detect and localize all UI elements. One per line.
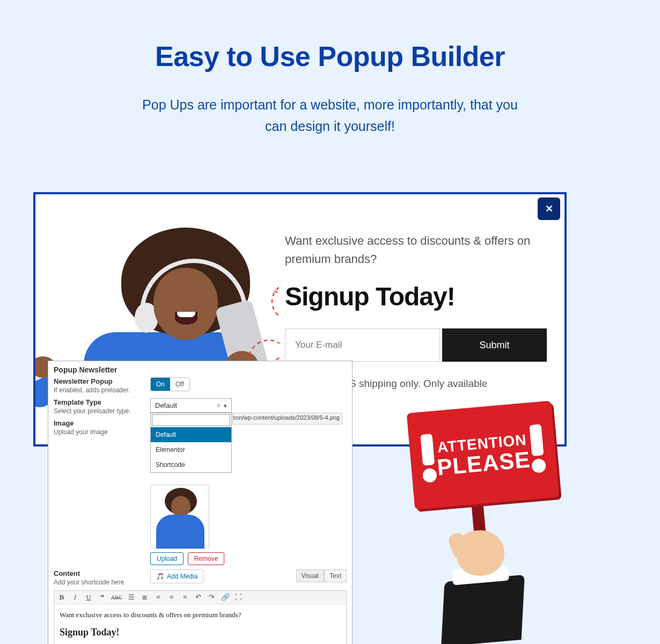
popup-heading: Signup Today!	[285, 282, 554, 311]
toggle-on[interactable]: On	[151, 378, 170, 391]
template-dropdown: Default Elementor Shortcode	[150, 413, 232, 473]
exclamation-icon	[528, 424, 546, 473]
editor-line1: Want exclusive access to discounts & off…	[60, 611, 341, 619]
email-input[interactable]	[285, 328, 440, 362]
page-title: Easy to Use Popup Builder	[0, 40, 660, 72]
number-list-icon[interactable]: ≣	[141, 593, 149, 602]
align-center-icon[interactable]: ≡	[167, 593, 176, 602]
remove-button[interactable]: Remove	[188, 552, 225, 565]
newsletter-label: Newsletter Popup	[54, 377, 150, 385]
newsletter-toggle[interactable]: On Off	[150, 377, 190, 391]
editor-toolbar: B I U ❝ ABC ☰ ≣ ≡ ≡ ≡ ↶ ↷ 🔗 ⛶	[54, 591, 346, 604]
popup-lead-text: Want exclusive access to discounts & off…	[285, 232, 537, 268]
upload-button[interactable]: Upload	[150, 552, 184, 565]
svg-point-0	[272, 286, 280, 320]
tab-text[interactable]: Text	[324, 569, 347, 582]
attention-sign-graphic: ATTENTION PLEASE	[410, 407, 577, 632]
content-desc: Add your shortcode here	[54, 579, 150, 586]
editor-body[interactable]: Want exclusive access to discounts & off…	[54, 604, 346, 644]
align-left-icon[interactable]: ≡	[154, 593, 163, 602]
strike-icon[interactable]: ABC	[111, 593, 122, 602]
admin-settings-panel: Popup Newsletter Newsletter Popup If ena…	[48, 361, 353, 644]
dropdown-option-default[interactable]: Default	[151, 427, 231, 442]
popup-close-button[interactable]: ✕	[538, 197, 560, 220]
image-desc: Upload your image	[54, 428, 150, 436]
add-media-button[interactable]: 🎵 Add Media	[150, 569, 203, 583]
dropdown-option-elementor[interactable]: Elementor	[151, 442, 231, 457]
template-selected: Default	[155, 401, 177, 409]
newsletter-desc: If enabled, adds preloader.	[54, 386, 150, 394]
dropdown-search-input[interactable]	[152, 414, 230, 426]
bold-icon[interactable]: B	[57, 593, 66, 602]
template-select[interactable]: Default ×▾	[150, 398, 232, 413]
link-icon[interactable]: 🔗	[221, 593, 230, 602]
media-icon: 🎵	[156, 573, 164, 580]
fullscreen-icon[interactable]: ⛶	[234, 593, 243, 602]
undo-icon[interactable]: ↶	[194, 593, 203, 602]
content-editor: B I U ❝ ABC ☰ ≣ ≡ ≡ ≡ ↶ ↷ 🔗 ⛶ Want exclu…	[54, 590, 347, 644]
tab-visual[interactable]: Visual	[296, 569, 324, 582]
exclamation-icon	[419, 434, 437, 483]
toggle-off[interactable]: Off	[170, 378, 189, 391]
editor-line2: Signup Today!	[60, 627, 341, 638]
underline-icon[interactable]: U	[84, 593, 93, 602]
align-right-icon[interactable]: ≡	[181, 593, 189, 602]
image-thumbnail[interactable]	[150, 485, 209, 549]
dropdown-option-shortcode[interactable]: Shortcode	[151, 457, 231, 472]
image-label: Image	[54, 419, 150, 427]
add-media-label: Add Media	[167, 573, 197, 580]
template-desc: Select your preloader type.	[54, 407, 150, 415]
chevron-down-icon[interactable]: ▾	[224, 402, 227, 409]
select-clear-icon[interactable]: ×	[216, 401, 221, 409]
page-subtitle: Pop Ups are important for a website, mor…	[142, 94, 518, 137]
submit-button[interactable]: Submit	[442, 328, 547, 362]
italic-icon[interactable]: I	[71, 593, 79, 602]
template-label: Template Type	[54, 398, 150, 406]
content-label: Content	[54, 569, 150, 577]
redo-icon[interactable]: ↷	[208, 593, 216, 602]
panel-title: Popup Newsletter	[48, 361, 352, 377]
quote-icon[interactable]: ❝	[98, 593, 106, 602]
bullet-list-icon[interactable]: ☰	[127, 593, 136, 602]
